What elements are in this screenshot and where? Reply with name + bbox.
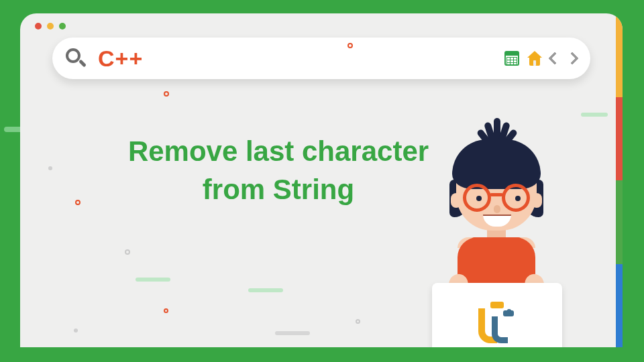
deco-dash (275, 331, 310, 335)
toolbar-icons (504, 51, 577, 66)
window-close-dot[interactable] (35, 23, 42, 29)
deco-dash (248, 288, 283, 292)
deco-ring (164, 91, 169, 97)
back-chevron-icon[interactable] (548, 52, 561, 65)
laptop: 2 (432, 283, 562, 347)
deco-ring (75, 200, 80, 205)
browser-window: C++ Remove last character from String (20, 13, 623, 347)
deco-dot (74, 328, 78, 333)
logo-superscript: 2 (506, 307, 512, 318)
page-title: Remove last character from String (121, 133, 436, 208)
deco-ring (347, 43, 353, 48)
forward-chevron-icon[interactable] (566, 52, 579, 65)
search-icon[interactable] (66, 48, 86, 68)
character-illustration: 2 (416, 138, 577, 347)
deco-dash (136, 278, 170, 282)
side-color-band (616, 13, 623, 347)
calendar-icon[interactable] (504, 51, 519, 66)
search-query[interactable]: C++ (98, 46, 504, 72)
j2-logo: 2 (476, 307, 519, 346)
window-controls (35, 23, 66, 29)
deco-dot (48, 166, 52, 170)
home-icon[interactable] (527, 51, 542, 66)
window-minimize-dot[interactable] (47, 23, 54, 29)
window-zoom-dot[interactable] (59, 23, 66, 29)
deco-ring (356, 319, 360, 324)
search-bar[interactable]: C++ (52, 38, 590, 79)
deco-dash (581, 113, 608, 117)
deco-ring (164, 308, 168, 313)
deco-ring (125, 249, 130, 255)
